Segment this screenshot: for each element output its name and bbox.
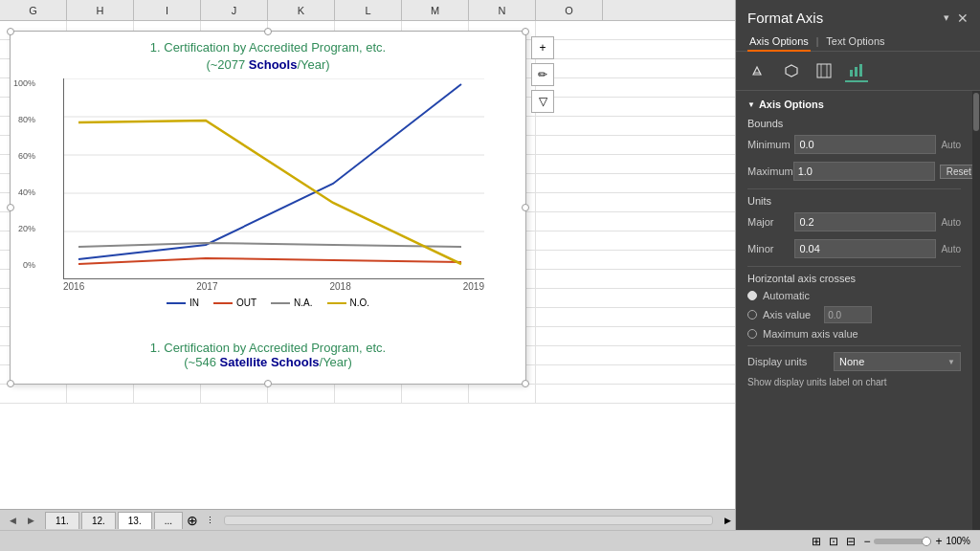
minimum-input[interactable] <box>794 135 936 154</box>
radio-axis-value[interactable] <box>747 310 757 320</box>
tab-prev-button[interactable]: ◀ <box>5 513 20 528</box>
sheet-tab-more[interactable]: ... <box>154 512 183 529</box>
sheet-tabs: ◀ ▶ 11. 12. 13. ... ⊕ ⋮ ▶ <box>0 509 735 530</box>
size-icon-button[interactable] <box>813 59 835 82</box>
bottom-title-line2: (~546 Satellite Schools/Year) <box>11 355 525 369</box>
maximum-field-row: Maximum Reset <box>747 162 961 181</box>
status-layout-icon[interactable]: ⊟ <box>846 535 856 548</box>
chart-edit-button[interactable]: ✏ <box>531 63 554 86</box>
major-input[interactable] <box>794 212 936 231</box>
y-label-60: 60% <box>13 151 35 161</box>
y-label-100: 100% <box>13 78 35 88</box>
panel-scroll-thumb[interactable] <box>973 93 979 131</box>
tab-next-button[interactable]: ▶ <box>23 513 38 528</box>
add-sheet-button[interactable]: ⊕ <box>185 513 200 528</box>
fill-icon-button[interactable] <box>747 59 770 82</box>
sheet-content: + ✏ ▽ 1. Certification by Accredited Pro… <box>0 21 735 509</box>
legend-out: OUT <box>213 298 256 308</box>
chart-add-button[interactable]: + <box>531 36 554 59</box>
status-grid-icon[interactable]: ⊞ <box>812 535 821 548</box>
status-page-icon[interactable]: ⊡ <box>829 535 838 548</box>
resize-handle-bottomleft[interactable] <box>7 380 14 387</box>
x-label-2018: 2018 <box>330 281 351 292</box>
minimum-auto-button[interactable]: Auto <box>941 140 961 150</box>
axis-value-input[interactable] <box>824 306 872 323</box>
panel-scrollbar[interactable] <box>972 91 980 530</box>
minor-input[interactable] <box>794 239 936 258</box>
zoom-slider[interactable] <box>874 539 931 544</box>
axis-options-section[interactable]: ▼ Axis Options <box>747 99 961 110</box>
legend-in: IN <box>167 298 199 308</box>
border-icon-button[interactable] <box>780 59 803 82</box>
col-k: K <box>268 0 335 20</box>
svg-rect-7 <box>817 64 831 77</box>
resize-handle-topright[interactable] <box>522 28 529 35</box>
resize-handle-topcenter[interactable] <box>264 28 272 35</box>
tab-text-options[interactable]: Text Options <box>824 32 886 51</box>
display-units-value: None <box>839 356 864 367</box>
legend-na-label: N.A. <box>294 298 312 308</box>
divider-3 <box>747 345 961 346</box>
chart-filter-button[interactable]: ▽ <box>531 90 554 113</box>
sheet-tab-13[interactable]: 13. <box>118 512 152 529</box>
minor-label: Minor <box>747 243 794 254</box>
resize-handle-bottomcenter[interactable] <box>264 380 272 387</box>
resize-handle-bottomright[interactable] <box>522 380 529 387</box>
show-label-text: Show display units label on chart <box>747 377 961 387</box>
zoom-percentage: 100% <box>946 536 970 546</box>
scrollbar-right-button[interactable]: ▶ <box>720 513 735 528</box>
maximum-input[interactable] <box>793 162 935 181</box>
radio-axis-value-label: Axis value <box>763 309 811 320</box>
chart-bottom-text: 1. Certification by Accredited Program, … <box>11 341 525 369</box>
sheet-tab-11[interactable]: 11. <box>45 512 79 529</box>
resize-handle-topleft[interactable] <box>7 28 14 35</box>
chart-icon-button[interactable] <box>845 59 868 82</box>
radio-automatic-label: Automatic <box>763 290 810 301</box>
column-headers: G H I J K L M N O <box>0 0 735 21</box>
display-units-select[interactable]: None ▼ <box>834 352 961 371</box>
legend-out-line <box>213 302 233 304</box>
sheet-options-button[interactable]: ⋮ <box>202 513 217 528</box>
chart[interactable]: + ✏ ▽ 1. Certification by Accredited Pro… <box>10 31 526 385</box>
resize-handle-middleright[interactable] <box>522 204 529 211</box>
col-g: G <box>0 0 67 20</box>
maximum-label: Maximum <box>747 165 793 177</box>
svg-rect-12 <box>859 64 862 77</box>
tab-axis-options[interactable]: Axis Options <box>747 32 811 51</box>
panel-close-button[interactable]: ✕ <box>957 11 969 26</box>
status-bar: ⊞ ⊡ ⊟ − + 100% <box>0 530 980 551</box>
panel-pin-button[interactable]: ▾ <box>944 11 949 24</box>
legend-na-line <box>271 302 290 304</box>
bottom-title-bold: Satellite Schools <box>219 355 319 369</box>
chart-legend: IN OUT N.A. N.O. <box>11 298 525 308</box>
sheet-tab-12[interactable]: 12. <box>81 512 116 529</box>
zoom-out-icon[interactable]: − <box>863 535 870 548</box>
zoom-slider-thumb[interactable] <box>922 537 931 546</box>
panel-icon-toolbar <box>736 52 980 91</box>
col-i: I <box>134 0 201 20</box>
zoom-in-icon[interactable]: + <box>935 535 942 548</box>
bottom-title-line1: 1. Certification by Accredited Program, … <box>11 341 525 355</box>
y-label-20: 20% <box>13 224 35 233</box>
zoom-control: − + 100% <box>863 535 970 548</box>
major-auto-button[interactable]: Auto <box>941 217 961 228</box>
minimum-label: Minimum <box>747 139 794 150</box>
minor-field-row: Minor Auto <box>747 239 961 258</box>
radio-max-axis[interactable] <box>747 329 757 339</box>
radio-automatic-row: Automatic <box>747 290 961 301</box>
units-label: Units <box>747 195 961 207</box>
col-j: J <box>201 0 268 20</box>
radio-automatic[interactable] <box>747 291 757 300</box>
maximum-reset-button[interactable]: Reset <box>940 165 972 179</box>
legend-na: N.A. <box>271 298 312 308</box>
chart-title: 1. Certification by Accredited Program, … <box>11 32 525 74</box>
panel-tabs: Axis Options | Text Options <box>736 32 980 52</box>
svg-marker-6 <box>786 65 797 77</box>
panel-header: Format Axis ▾ ✕ <box>736 0 980 32</box>
panel-body: ▼ Axis Options Bounds Minimum Auto Maxim… <box>736 91 972 530</box>
chart-svg <box>63 78 484 279</box>
divider-1 <box>747 188 961 189</box>
minor-auto-button[interactable]: Auto <box>941 244 961 254</box>
chart-toolbar: + ✏ ▽ <box>531 36 554 113</box>
horizontal-scrollbar[interactable] <box>224 516 713 525</box>
